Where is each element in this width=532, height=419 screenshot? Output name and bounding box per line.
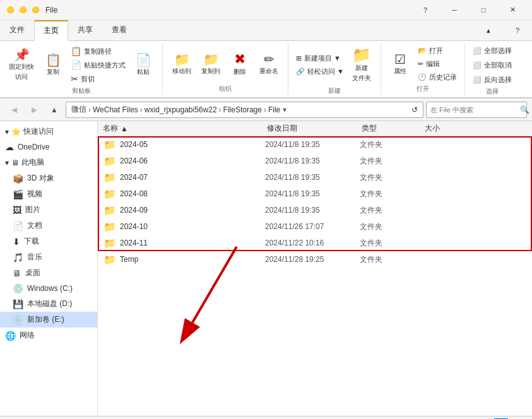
file-row-temp[interactable]: 📁 Temp 2024/11/28 19:25 文件夹 [98, 251, 532, 268]
folder-icon-yellow1: 🟡 [5, 5, 15, 15]
col-header-name[interactable]: 名称 ▲ [103, 123, 267, 134]
path-wechatfiles: WeChat Files [93, 105, 138, 114]
minimize-button[interactable]: ─ [440, 0, 469, 20]
new-item-button[interactable]: ⊞ 新建项目 ▼ [293, 52, 346, 64]
refresh-button[interactable]: ↺ [411, 105, 418, 114]
close-button[interactable]: ✕ [498, 0, 527, 20]
pin-quick-access-button[interactable]: 📌 固定到快 访问 [5, 46, 38, 84]
tab-home[interactable]: 主页 [34, 20, 68, 41]
col-header-type[interactable]: 类型 [362, 123, 425, 134]
forward-button[interactable]: ▶ [25, 101, 43, 119]
file-row-2024-05[interactable]: 📁 2024-05 2024/11/8 19:35 文件夹 [98, 136, 532, 153]
select-items: ⬜ 全部选择 ⬜ 全部取消 ⬜ 反向选择 [470, 45, 514, 86]
network-icon: 🌐 [5, 331, 16, 341]
pictures-icon: 🖼 [13, 205, 21, 215]
up-button[interactable]: ▲ [45, 101, 63, 119]
open-items: ☑ 属性 📂 打开 ✏ 编辑 🕐 历史记录 [386, 45, 459, 83]
tab-file[interactable]: 文件 [0, 20, 34, 40]
properties-button[interactable]: ☑ 属性 [386, 50, 414, 78]
tab-view[interactable]: 查看 [102, 20, 136, 40]
file-row-2024-09[interactable]: 📁 2024-09 2024/11/8 19:35 文件夹 [98, 202, 532, 218]
sidebar-item-drive-d[interactable]: 💾 本地磁盘 (D:) [0, 296, 97, 312]
maximize-button[interactable]: □ [469, 0, 498, 20]
copy-icon: 📋 [45, 54, 61, 66]
folder-icon: 📁 [103, 139, 116, 151]
copy-to-button[interactable]: 📁 复制到 [197, 50, 225, 78]
this-pc-icon: 🖥 [11, 158, 19, 167]
rename-button[interactable]: ✏ 重命名 [255, 50, 283, 78]
sidebar-item-desktop[interactable]: 🖥 桌面 [0, 265, 97, 281]
delete-button[interactable]: ✖ 删除 [226, 50, 254, 79]
main-area: ▾ ⭐ 快速访问 ☁ OneDrive ▾ 🖥 此电脑 📦 3D 对象 🎬 视频… [0, 121, 532, 416]
rename-icon: ✏ [264, 53, 275, 66]
col-header-size[interactable]: 大小 [425, 123, 527, 134]
search-box[interactable]: 🔍 [426, 102, 527, 118]
back-button[interactable]: ◀ [5, 101, 23, 119]
search-icon: 🔍 [520, 105, 529, 114]
drive-d-icon: 💾 [13, 299, 23, 309]
clipboard-label: 剪贴板 [72, 85, 91, 95]
drive-c-icon: 💿 [13, 283, 23, 293]
status-bar: 8 个项目 [0, 416, 532, 419]
invert-select-button[interactable]: ⬜ 反向选择 [470, 74, 514, 86]
file-row-2024-06[interactable]: 📁 2024-06 2024/11/8 19:35 文件夹 [98, 153, 532, 169]
column-header: 名称 ▲ 修改日期 类型 大小 [98, 121, 532, 136]
title-bar-icons: 🟡 🟡 🟡 [5, 5, 40, 15]
path-wxid: wxid_rjxpugabi56w22 [145, 105, 217, 114]
address-bar: ◀ ▶ ▲ 微信 › WeChat Files › wxid_rjxpugabi… [0, 98, 532, 121]
copy-path-button[interactable]: 📋 复制路径 [68, 45, 128, 57]
history-button[interactable]: 🕐 历史记录 [415, 71, 459, 83]
sidebar-item-drive-c[interactable]: 💿 Windows (C:) [0, 281, 97, 296]
music-icon: 🎵 [13, 252, 23, 263]
title-controls: ? ─ □ ✕ [411, 0, 527, 20]
sidebar-item-quick-access[interactable]: ▾ ⭐ 快速访问 [0, 124, 97, 139]
onedrive-icon: ☁ [5, 142, 14, 152]
sidebar-item-drive-e[interactable]: 💿 新加卷 (E:) [0, 312, 97, 328]
sidebar-item-3d[interactable]: 📦 3D 对象 [0, 170, 97, 186]
folder-icon: 📁 [103, 172, 116, 184]
select-all-button[interactable]: ⬜ 全部选择 [470, 45, 514, 57]
ribbon-tabs: 文件 主页 共享 查看 ▲ ? [0, 20, 532, 41]
quick-access-icon: ⭐ [11, 127, 21, 136]
copy-button[interactable]: 📋 复制 [39, 51, 67, 79]
sidebar-item-downloads[interactable]: ⬇ 下载 [0, 233, 97, 249]
file-row-2024-07[interactable]: 📁 2024-07 2024/11/8 19:35 文件夹 [98, 169, 532, 186]
file-row-2024-10[interactable]: 📁 2024-10 2024/11/26 17:07 文件夹 [98, 218, 532, 235]
deselect-all-button[interactable]: ⬜ 全部取消 [470, 59, 514, 71]
sidebar-item-documents[interactable]: 📄 文档 [0, 218, 97, 233]
content-wrapper: 名称 ▲ 修改日期 类型 大小 📁 2024-05 2024/11/8 19:3… [98, 121, 532, 416]
col-header-date[interactable]: 修改日期 [267, 123, 362, 134]
cut-icon: ✂ [71, 74, 78, 84]
ribbon-collapse-button[interactable]: ▲ [474, 20, 503, 40]
new-folder-button[interactable]: 📁 新建 文件夹 [348, 45, 375, 85]
paste-shortcut-button[interactable]: 📄 粘贴快捷方式 [68, 59, 128, 71]
file-row-2024-08[interactable]: 📁 2024-08 2024/11/8 19:35 文件夹 [98, 186, 532, 202]
paste-button[interactable]: 📄 粘贴 [129, 51, 157, 79]
easy-access-button[interactable]: 🔗 轻松访问 ▼ [293, 66, 346, 78]
address-path[interactable]: 微信 › WeChat Files › wxid_rjxpugabi56w22 … [66, 102, 423, 118]
sidebar-item-onedrive[interactable]: ☁ OneDrive [0, 139, 97, 155]
folder-icon: 📁 [103, 254, 116, 266]
sidebar-item-video[interactable]: 🎬 视频 [0, 186, 97, 202]
sidebar-item-network[interactable]: 🌐 网络 [0, 328, 97, 343]
path-dropdown-arrow[interactable]: ▾ [283, 105, 287, 114]
file-list: 📁 2024-05 2024/11/8 19:35 文件夹 📁 2024-06 … [98, 136, 532, 416]
open-button[interactable]: 📂 打开 [415, 45, 459, 57]
ribbon-help-button[interactable]: ? [503, 20, 532, 40]
sidebar-item-music[interactable]: 🎵 音乐 [0, 249, 97, 265]
sidebar-item-this-pc[interactable]: ▾ 🖥 此电脑 [0, 155, 97, 170]
file-row-2024-11[interactable]: 📁 2024-11 2024/11/22 10:16 文件夹 [98, 235, 532, 251]
documents-icon: 📄 [13, 221, 23, 231]
organize-items: 📁 移动到 📁 复制到 ✖ 删除 ✏ 重命名 [168, 45, 283, 83]
ribbon-content: 📌 固定到快 访问 📋 复制 📋 复制路径 📄 粘贴快捷方式 [0, 41, 532, 98]
window-title: File [45, 6, 411, 15]
desktop-icon: 🖥 [13, 268, 21, 278]
tab-share[interactable]: 共享 [68, 20, 102, 40]
move-to-button[interactable]: 📁 移动到 [168, 50, 196, 78]
search-input[interactable] [430, 106, 517, 114]
ribbon-group-open: ☑ 属性 📂 打开 ✏ 编辑 🕐 历史记录 [381, 44, 465, 95]
sidebar-item-pictures[interactable]: 🖼 图片 [0, 202, 97, 218]
help-button[interactable]: ? [411, 0, 440, 20]
cut-button[interactable]: ✂ 剪切 [68, 73, 128, 85]
edit-button[interactable]: ✏ 编辑 [415, 58, 459, 70]
